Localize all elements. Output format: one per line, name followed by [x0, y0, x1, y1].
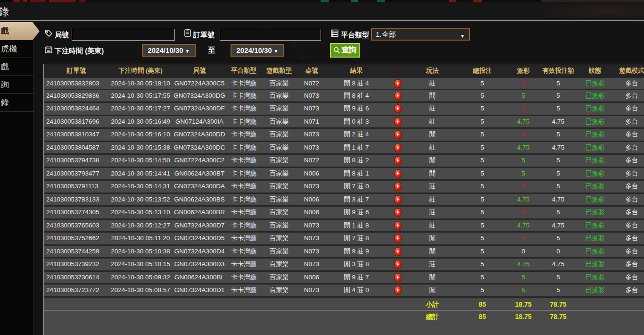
- status-badge: 已派彩: [578, 194, 611, 206]
- cell: 閒: [409, 285, 456, 296]
- app-window: 錄 戲虎機戲詢錄 局號 訂單號 平台類型 1.全部 ▼ 下注時間 (美東) 20…: [0, 0, 644, 335]
- play-icon[interactable]: [395, 222, 401, 230]
- cell: GN07324A300DD: [172, 129, 227, 141]
- cell: 莊: [409, 220, 456, 232]
- cell: 4.75: [538, 194, 578, 206]
- table-header-row: 訂單號下注時間 (美東)局號平台類型遊戲類型桌號結果玩法總投注派彩有效投注額狀態…: [44, 64, 644, 77]
- cell: 莊: [409, 259, 456, 270]
- cell: 閒: [409, 129, 456, 141]
- cell: GN07324A300D4: [172, 246, 227, 258]
- edge-blob: [351, 0, 358, 2]
- cell: 多台: [611, 194, 644, 206]
- sidebar-item-2[interactable]: 虎機: [0, 40, 34, 58]
- status-badge: 已派彩: [578, 233, 611, 244]
- bet-records-table: 訂單號下注時間 (美東)局號平台類型遊戲類型桌號結果玩法總投注派彩有效投注額狀態…: [43, 64, 644, 335]
- cell: 2024-10-30 05:11:20: [109, 233, 172, 244]
- search-button[interactable]: 查詢: [330, 43, 360, 58]
- platform-type-icon: [330, 29, 339, 37]
- sidebar-item-5[interactable]: 錄: [0, 94, 34, 112]
- chevron-down-icon: ▼: [185, 49, 190, 54]
- play-icon[interactable]: [395, 105, 401, 113]
- cell: N006: [297, 168, 326, 180]
- play-icon[interactable]: [395, 92, 401, 100]
- play-icon[interactable]: [395, 80, 401, 88]
- play-icon[interactable]: [395, 248, 401, 256]
- cell: 莊: [409, 207, 456, 218]
- column-header: 派彩: [509, 64, 538, 77]
- sidebar-item-4[interactable]: 詢: [0, 76, 34, 94]
- cell: 百家樂: [261, 220, 297, 232]
- cell: 卡卡灣廳: [227, 116, 261, 128]
- cell: 閒: [409, 233, 456, 244]
- play-icon[interactable]: [395, 286, 401, 294]
- cell: 卡卡灣廳: [227, 103, 261, 115]
- play-icon[interactable]: [395, 260, 401, 268]
- cell: 卡卡灣廳: [227, 168, 261, 180]
- cell: 2024-10-30 05:17:27: [109, 103, 172, 115]
- cell: GN07224A300C2: [172, 155, 227, 167]
- cell: 多台: [611, 142, 644, 154]
- cell: [261, 298, 297, 310]
- cell-payout: 4.75: [509, 194, 538, 206]
- play-icon[interactable]: [395, 118, 401, 126]
- sidebar-item-3[interactable]: 戲: [0, 58, 34, 76]
- cell-replay: [387, 142, 409, 154]
- cell: 2024-10-30 05:09:32: [109, 272, 172, 284]
- sidebar-item-1-active[interactable]: 戲: [0, 22, 40, 40]
- cell: 百家樂: [261, 90, 297, 102]
- date-to-picker[interactable]: 2024/10/30▼: [231, 44, 284, 57]
- status-badge: 已派彩: [578, 142, 611, 154]
- column-header: 有效投注額: [538, 64, 578, 77]
- play-icon[interactable]: [395, 157, 401, 165]
- play-icon[interactable]: [395, 183, 401, 191]
- cell-replay: [387, 246, 409, 258]
- cell: 多台: [611, 116, 644, 128]
- cell: [172, 310, 227, 323]
- cell-payout: 5: [509, 272, 538, 284]
- sidebar-item-label: 戲: [1, 62, 9, 71]
- platform-type-select[interactable]: 1.全部 ▼: [371, 28, 470, 41]
- play-icon[interactable]: [395, 144, 401, 152]
- cell: 閒: [409, 246, 456, 258]
- cell: GN07324A300D7: [172, 220, 227, 232]
- date-range-to-label: 至: [208, 46, 215, 56]
- cell: 閒: [409, 272, 456, 284]
- play-icon[interactable]: [395, 170, 401, 178]
- play-icon[interactable]: [395, 196, 401, 204]
- cell: 2024-10-30 05:14:31: [109, 181, 172, 193]
- play-icon[interactable]: [395, 234, 401, 243]
- cell: 卡卡灣廳: [227, 181, 261, 193]
- order-no-input[interactable]: [220, 29, 321, 41]
- cell: 5: [456, 272, 509, 284]
- date-from-picker[interactable]: 2024/10/30▼: [142, 44, 196, 57]
- cell: 2024-10-30 05:10:15: [109, 259, 172, 270]
- grand-total-label: 總計: [409, 310, 456, 323]
- cell: N073: [297, 233, 326, 244]
- cell: 莊: [409, 116, 456, 128]
- cell-payout: 4.75: [509, 116, 538, 128]
- cell: 多台: [611, 285, 644, 296]
- cell: 4.75: [538, 259, 578, 270]
- cell: 多台: [611, 103, 644, 115]
- cell: 百家樂: [261, 194, 297, 206]
- cell-order-no: 241030053810347: [44, 129, 109, 141]
- cell-order-no: 241030053791113: [44, 181, 109, 193]
- game-no-input[interactable]: [72, 29, 175, 41]
- play-icon[interactable]: [395, 131, 401, 139]
- cell: N006: [297, 272, 326, 284]
- play-icon[interactable]: [395, 274, 401, 282]
- subtotal-payout: 18.75: [509, 298, 538, 310]
- play-icon[interactable]: [395, 209, 401, 217]
- cell: 5: [538, 285, 578, 296]
- column-header: 下注時間 (美東): [109, 64, 172, 77]
- top-bar: 錄: [0, 2, 644, 20]
- cell-payout: -5: [509, 129, 538, 141]
- cell: 5: [538, 181, 578, 193]
- cell: 閒: [409, 155, 456, 167]
- cell: 5: [456, 233, 509, 244]
- cell: [227, 310, 261, 323]
- sidebar-item-label: 虎機: [1, 44, 17, 53]
- sidebar-item-label: 戲: [1, 26, 9, 35]
- top-divider: [0, 20, 644, 21]
- status-badge: 已派彩: [578, 207, 611, 218]
